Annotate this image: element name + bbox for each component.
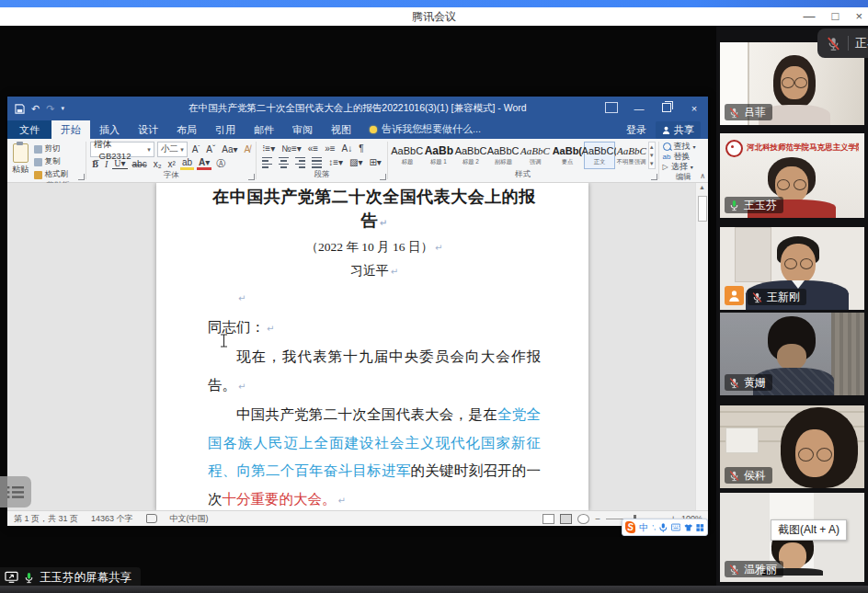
styles-dialog-launcher[interactable] xyxy=(651,174,657,180)
borders-icon[interactable]: ⊞▾ xyxy=(367,157,383,167)
voice-input-icon[interactable] xyxy=(659,522,668,533)
punctuation-mode-icon[interactable]: ’, xyxy=(652,519,656,535)
styles-gallery-scrollbar[interactable]: ▲▼▼ xyxy=(648,142,656,169)
underline-icon[interactable]: U▾ xyxy=(112,158,127,169)
sogou-logo-icon[interactable]: S xyxy=(625,521,635,533)
character-shading-icon[interactable]: Ⓐ xyxy=(214,157,227,170)
scrollbar-thumb[interactable] xyxy=(698,196,707,222)
copy-button[interactable]: 复制 xyxy=(34,156,83,167)
justify-icon[interactable] xyxy=(310,157,324,168)
screen-share-banner[interactable]: 王玉芬的屏幕共享 xyxy=(0,567,141,587)
numbering-icon[interactable]: №≡▾ xyxy=(280,143,303,154)
style-subtle-emphasis[interactable]: AaBbC不明显强调 xyxy=(616,142,647,169)
select-button[interactable]: ▷选择▾ xyxy=(663,162,704,172)
font-dialog-launcher[interactable] xyxy=(248,174,255,180)
tab-references[interactable]: 引用 xyxy=(206,120,245,139)
tab-view[interactable]: 视图 xyxy=(322,120,360,139)
toolbox-grid-icon[interactable] xyxy=(696,523,704,532)
style-heading2[interactable]: AaBbC标题 2 xyxy=(455,142,486,169)
align-center-icon[interactable] xyxy=(277,157,291,168)
status-panel-text: 正在 xyxy=(855,35,868,51)
sign-in-button[interactable]: 登录 xyxy=(626,123,646,137)
document-scrollbar[interactable]: ▲ xyxy=(695,183,708,511)
word-count[interactable]: 14363 个字 xyxy=(85,513,140,525)
tab-file[interactable]: 文件 xyxy=(7,120,51,139)
qat-caret-icon[interactable]: ▾ xyxy=(61,105,64,112)
style-keypoint[interactable]: AaBb(要点 xyxy=(552,142,583,169)
grow-font-icon[interactable]: Aˆ xyxy=(190,144,202,154)
tab-home[interactable]: 开始 xyxy=(51,120,90,139)
style-subtitle[interactable]: AaBbC副标题 xyxy=(487,142,519,169)
increase-indent-icon[interactable]: »≡ xyxy=(323,143,337,154)
italic-icon[interactable]: I xyxy=(103,159,109,169)
print-layout-icon[interactable] xyxy=(560,514,572,524)
read-mode-icon[interactable] xyxy=(542,514,554,524)
format-painter-button[interactable]: 格式刷 xyxy=(34,169,83,180)
tab-review[interactable]: 审阅 xyxy=(283,120,322,139)
word-close-button[interactable]: × xyxy=(680,103,708,114)
font-size-combobox[interactable]: 小二▾ xyxy=(157,142,188,157)
font-color-icon[interactable]: A▾ xyxy=(197,157,211,170)
bullets-icon[interactable]: ⁝≡▾ xyxy=(260,143,277,154)
word-minimize-button[interactable]: — xyxy=(625,103,653,114)
line-spacing-icon[interactable]: ↕≡▾ xyxy=(326,157,345,167)
soft-keyboard-icon[interactable] xyxy=(671,523,680,531)
bold-icon[interactable]: B xyxy=(90,159,100,169)
language-indicator[interactable]: 中文(中国) xyxy=(164,513,215,525)
close-button[interactable]: × xyxy=(855,7,862,26)
sort-icon[interactable]: A↓ xyxy=(340,143,355,154)
zoom-out-icon[interactable]: − xyxy=(595,514,600,524)
shading-icon[interactable]: ▨▾ xyxy=(348,157,364,167)
font-name-combobox[interactable]: 楷体_GB2312▾ xyxy=(90,142,154,157)
undo-icon[interactable]: ↶ xyxy=(31,103,40,115)
word-document-area: 在中国共产党第二十次全国代表大会上的报告 （2022 年 10 月 16 日） … xyxy=(7,183,708,511)
style-heading1[interactable]: AaBb标题 1 xyxy=(424,142,454,169)
tab-mailings[interactable]: 邮件 xyxy=(245,120,283,139)
skin-shirt-icon[interactable] xyxy=(684,523,692,532)
style-title[interactable]: AaBbC标题 xyxy=(392,142,423,169)
align-left-icon[interactable] xyxy=(260,157,274,168)
participant-tile-huangshan[interactable]: 黄姗 xyxy=(720,313,864,395)
style-emphasis[interactable]: AaBbC强调 xyxy=(520,142,551,169)
tab-layout[interactable]: 布局 xyxy=(167,120,206,139)
participant-tile-wangxingang[interactable]: 王新刚 xyxy=(720,227,864,310)
scroll-up-icon[interactable]: ▲ xyxy=(696,184,708,190)
web-layout-icon[interactable] xyxy=(577,514,589,524)
paragraph-dialog-launcher[interactable] xyxy=(380,174,386,180)
tell-me-box[interactable]: 告诉我您想要做什么... xyxy=(360,120,490,139)
participant-tile-houke[interactable]: 侯科 xyxy=(720,405,864,488)
text-highlight-icon[interactable]: ab xyxy=(180,157,194,170)
shrink-font-icon[interactable]: Aˇ xyxy=(204,144,217,154)
lightbulb-icon xyxy=(370,126,377,133)
clipboard-dialog-launcher[interactable] xyxy=(78,174,85,180)
strikethrough-icon[interactable]: abc xyxy=(131,159,149,169)
minimize-button[interactable]: — xyxy=(804,7,816,26)
ime-mode-toggle[interactable]: 中 xyxy=(639,519,648,535)
share-button[interactable]: 共享 xyxy=(656,121,701,139)
word-restore-button[interactable] xyxy=(653,103,680,114)
show-marks-icon[interactable]: ¶ xyxy=(357,143,365,154)
collapse-ribbon-icon[interactable]: ∧ xyxy=(700,172,705,180)
tab-insert[interactable]: 插入 xyxy=(90,120,129,139)
page-indicator[interactable]: 第 1 页，共 31 页 xyxy=(7,513,85,525)
meeting-sidebar-handle[interactable] xyxy=(0,476,31,507)
tab-design[interactable]: 设计 xyxy=(129,120,167,139)
proofing-icon[interactable] xyxy=(140,513,164,524)
maximize-button[interactable]: □ xyxy=(832,7,839,26)
subscript-icon[interactable]: x₂ xyxy=(152,159,164,169)
decrease-indent-icon[interactable]: «≡ xyxy=(306,143,320,154)
participant-tile-wangyufen[interactable]: 河北科技师范学院马克思主义学院 王玉芬 xyxy=(720,133,864,218)
save-icon[interactable] xyxy=(15,104,25,114)
style-normal[interactable]: AaBbC(正文 xyxy=(584,142,615,169)
replace-icon: ab xyxy=(663,153,671,161)
cut-button[interactable]: 剪切 xyxy=(34,143,83,154)
ribbon-display-options-icon[interactable] xyxy=(598,102,625,115)
styles-group: AaBbC标题 AaBb标题 1 AaBbC标题 2 AaBbC副标题 AaBb… xyxy=(388,139,658,182)
superscript-icon[interactable]: x² xyxy=(166,159,177,169)
redo-icon[interactable]: ↷ xyxy=(46,103,54,115)
clear-formatting-icon[interactable]: A̸ xyxy=(243,144,253,154)
mic-status-panel[interactable]: 正在 xyxy=(817,29,868,58)
change-case-icon[interactable]: Aa▾ xyxy=(220,144,239,154)
paste-button[interactable]: 粘贴 xyxy=(11,142,30,181)
align-right-icon[interactable] xyxy=(293,157,307,168)
